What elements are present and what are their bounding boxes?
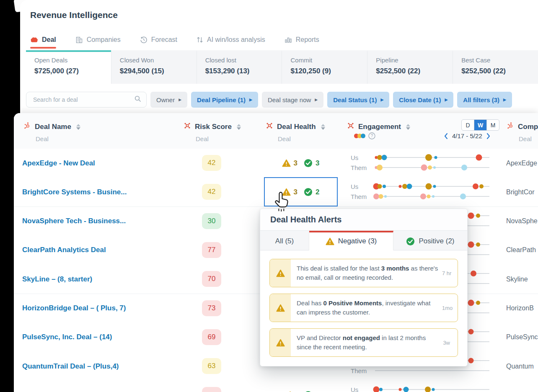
engagement-dot bbox=[460, 193, 466, 199]
filter-all-filters-3[interactable]: All filters (3)▶ bbox=[457, 92, 512, 108]
help-question-icon[interactable]: ? bbox=[368, 132, 375, 139]
engagement-dot bbox=[476, 214, 480, 218]
deal-name-link[interactable]: QuantumTrail Deal – (Plus,4) bbox=[22, 362, 119, 371]
filter-deal-stage-now[interactable]: Deal stage now▶ bbox=[262, 92, 323, 108]
page-title: Revenue Intelligence bbox=[30, 10, 118, 20]
filter-deal-status-1[interactable]: Deal Status (1)▶ bbox=[327, 92, 389, 108]
filter-owner[interactable]: Owner▶ bbox=[150, 92, 187, 108]
sort-arrows-icon[interactable] bbox=[76, 124, 80, 130]
engagement-dot bbox=[373, 387, 379, 392]
deal-name-link[interactable]: PulseSync, Inc. Deal – (14) bbox=[22, 333, 112, 341]
alert-body: Deal has 0 Positive Moments, investigate… bbox=[291, 294, 458, 322]
negative-count: 3 bbox=[294, 159, 297, 168]
deal-health-sort-header[interactable]: Deal Health bbox=[265, 121, 325, 132]
summary-card-closed-lost[interactable]: Closed lost$153,290 (13) bbox=[197, 50, 282, 84]
popup-tab-all-5[interactable]: All (5) bbox=[260, 231, 309, 250]
deal-search-box bbox=[26, 92, 147, 108]
filter-label: All filters (3) bbox=[463, 96, 499, 103]
cursor-hand-icon bbox=[272, 191, 292, 213]
granularity-d[interactable]: D bbox=[462, 120, 474, 130]
header-card: Revenue Intelligence DealCompaniesForeca… bbox=[20, 0, 538, 113]
column-title: Risk Score bbox=[195, 123, 232, 131]
engagement-dot bbox=[425, 154, 432, 161]
engagement-dot bbox=[403, 387, 409, 392]
revenue-intelligence-app: Revenue Intelligence DealCompaniesForeca… bbox=[0, 0, 538, 392]
forecast-icon bbox=[140, 36, 147, 44]
warning-icon bbox=[326, 237, 334, 245]
filter-close-date-1[interactable]: Close Date (1)▶ bbox=[393, 92, 453, 108]
date-range-nav: 4/17 - 5/22 bbox=[444, 132, 491, 139]
chevron-right-icon[interactable] bbox=[486, 133, 491, 139]
engagement-dot bbox=[427, 195, 431, 199]
chevron-left-icon[interactable] bbox=[444, 133, 448, 139]
filter-label: Owner bbox=[156, 96, 175, 103]
caret-icon: ▶ bbox=[178, 98, 181, 102]
engagement-dot bbox=[471, 271, 476, 276]
deal-name-link[interactable]: ApexEdge - New Deal bbox=[22, 159, 95, 168]
deal-name-link[interactable]: SkyLine – (8, starter) bbox=[22, 275, 92, 284]
engagement-dot bbox=[399, 185, 402, 188]
engagement-dot bbox=[421, 165, 427, 171]
filter-label: Deal Pipeline (1) bbox=[197, 96, 246, 103]
tab-deal[interactable]: Deal bbox=[30, 36, 56, 44]
deal-name-link[interactable]: BrightCore Systems - Busine... bbox=[22, 188, 127, 196]
tab-forecast[interactable]: Forecast bbox=[140, 36, 177, 44]
risk-score-badge: 42 bbox=[202, 184, 221, 200]
summary-card-closed-won[interactable]: Closed Won$294,500 (15) bbox=[111, 50, 197, 84]
warning-icon bbox=[270, 294, 291, 322]
summary-card-commit[interactable]: Commit$120,250 (9) bbox=[282, 50, 367, 84]
granularity-m[interactable]: M bbox=[486, 120, 499, 130]
engagement-them-timeline bbox=[375, 370, 489, 371]
granularity-w[interactable]: W bbox=[474, 120, 486, 130]
engagement-them-label: Them bbox=[351, 193, 372, 200]
risk-score-sort-header[interactable]: Risk Score bbox=[183, 121, 241, 132]
deal-name-link[interactable]: NovaSphere Tech - Business... bbox=[22, 217, 126, 225]
risk-score-badge: 70 bbox=[202, 271, 221, 287]
sort-arrows-icon[interactable] bbox=[406, 124, 410, 130]
popup-tab-positive-2[interactable]: Positive (2) bbox=[393, 231, 467, 250]
engagement-dot bbox=[426, 183, 432, 190]
company-sort-header[interactable]: Comp bbox=[506, 121, 538, 132]
popup-alert-list: This deal is stalled for the last 3 mont… bbox=[260, 250, 467, 366]
engagement-sort-header[interactable]: Engagement bbox=[347, 121, 410, 132]
tab-reports[interactable]: Reports bbox=[285, 36, 319, 44]
tab-ai-win-loss-analysis[interactable]: AI win/loss analysis bbox=[197, 36, 265, 44]
engagement-dot bbox=[428, 165, 432, 170]
table-row: ApexEdge - New Deal4233UsThemApexEdge bbox=[14, 149, 538, 178]
filter-label: Close Date (1) bbox=[399, 96, 441, 103]
tab-companies[interactable]: Companies bbox=[75, 36, 121, 44]
deal-name-link[interactable]: ClearPath Analytics Deal bbox=[22, 246, 106, 254]
engagement-dot bbox=[473, 183, 479, 189]
engagement-us-timeline bbox=[375, 157, 489, 158]
deal-health-alerts-popup: Deal Health Alerts All (5)Negative (3)Po… bbox=[260, 209, 468, 366]
filter-deal-pipeline-1[interactable]: Deal Pipeline (1)▶ bbox=[191, 92, 258, 108]
caret-icon: ▶ bbox=[445, 98, 447, 102]
engagement-dot bbox=[379, 388, 383, 391]
summary-card-pipeline[interactable]: Pipeline$252,500 (22) bbox=[367, 50, 453, 84]
summary-card-open-deals[interactable]: Open Deals$725,000 (27) bbox=[26, 50, 111, 84]
deal-name-link[interactable]: HorizonBridge Deal – ( Plus, 7) bbox=[22, 304, 126, 312]
engagement-dot bbox=[468, 212, 474, 219]
legend-dot-blue bbox=[361, 134, 365, 138]
popup-tab-negative-3[interactable]: Negative (3) bbox=[309, 231, 393, 250]
search-icon bbox=[134, 95, 141, 104]
sort-arrows-icon[interactable] bbox=[321, 124, 325, 130]
search-input[interactable] bbox=[32, 96, 134, 103]
engagement-legend: ? bbox=[354, 132, 375, 139]
risk-score-badge: 77 bbox=[202, 242, 221, 258]
summary-card-label: Closed Won bbox=[120, 57, 197, 64]
risk-score-badge: 73 bbox=[202, 300, 221, 316]
risk-score-badge bbox=[202, 387, 221, 392]
deal-health-cell[interactable] bbox=[264, 381, 337, 392]
deal-name-sort-header[interactable]: Deal Name bbox=[23, 121, 80, 132]
column-subtitle: Deal bbox=[519, 135, 538, 142]
popup-tab-label: Negative (3) bbox=[338, 237, 377, 245]
deal-health-cell[interactable]: 33 bbox=[264, 149, 337, 178]
sort-arrows-icon[interactable] bbox=[237, 124, 241, 130]
tab-label: Reports bbox=[296, 36, 319, 44]
summary-card-best-case[interactable]: Best Case$252,500 (22) bbox=[453, 50, 538, 84]
check-icon bbox=[406, 237, 415, 246]
engagement-dot bbox=[434, 156, 437, 159]
caret-icon: ▶ bbox=[249, 98, 252, 102]
engagement-dot bbox=[381, 155, 387, 160]
